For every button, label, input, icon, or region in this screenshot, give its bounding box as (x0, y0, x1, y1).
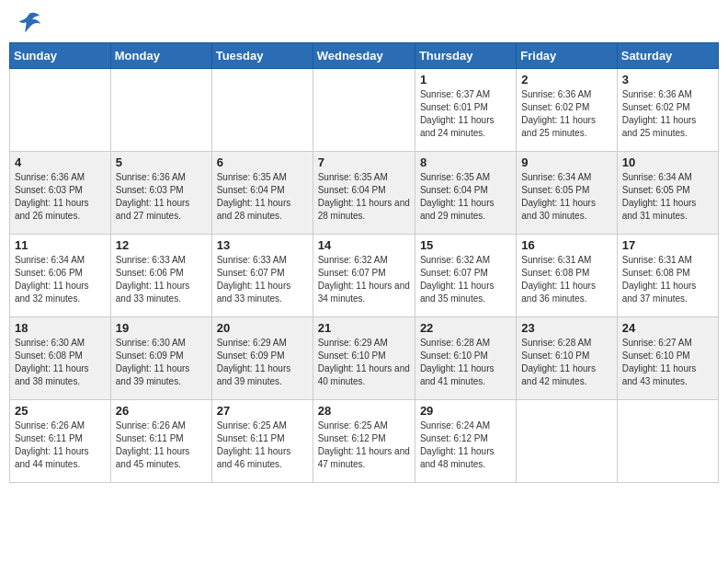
calendar-week-3: 11Sunrise: 6:34 AM Sunset: 6:06 PM Dayli… (10, 235, 719, 317)
day-info: Sunrise: 6:36 AM Sunset: 6:03 PM Dayligh… (15, 171, 106, 223)
calendar-cell (110, 69, 211, 152)
calendar-cell: 16Sunrise: 6:31 AM Sunset: 6:08 PM Dayli… (517, 235, 617, 317)
day-info: Sunrise: 6:30 AM Sunset: 6:09 PM Dayligh… (116, 337, 207, 388)
day-info: Sunrise: 6:31 AM Sunset: 6:08 PM Dayligh… (521, 254, 611, 305)
calendar-cell: 24Sunrise: 6:27 AM Sunset: 6:10 PM Dayli… (617, 317, 718, 400)
day-info: Sunrise: 6:30 AM Sunset: 6:08 PM Dayligh… (15, 337, 106, 388)
day-info: Sunrise: 6:28 AM Sunset: 6:10 PM Dayligh… (521, 337, 611, 388)
calendar-cell: 9Sunrise: 6:34 AM Sunset: 6:05 PM Daylig… (517, 152, 617, 235)
calendar-week-4: 18Sunrise: 6:30 AM Sunset: 6:08 PM Dayli… (10, 317, 719, 400)
calendar-cell: 3Sunrise: 6:36 AM Sunset: 6:02 PM Daylig… (617, 69, 718, 152)
day-number: 7 (318, 155, 410, 169)
calendar-cell: 14Sunrise: 6:32 AM Sunset: 6:07 PM Dayli… (313, 235, 415, 317)
day-info: Sunrise: 6:25 AM Sunset: 6:11 PM Dayligh… (217, 419, 308, 471)
calendar-cell (313, 69, 415, 152)
calendar-week-2: 4Sunrise: 6:36 AM Sunset: 6:03 PM Daylig… (10, 152, 719, 235)
day-number: 21 (318, 321, 410, 335)
day-number: 1 (420, 73, 511, 86)
weekday-header-wednesday: Wednesday (313, 43, 415, 69)
day-info: Sunrise: 6:36 AM Sunset: 6:02 PM Dayligh… (521, 88, 611, 140)
day-number: 15 (420, 238, 511, 252)
day-info: Sunrise: 6:32 AM Sunset: 6:07 PM Dayligh… (420, 254, 511, 305)
calendar-cell: 4Sunrise: 6:36 AM Sunset: 6:03 PM Daylig… (10, 152, 111, 235)
calendar-cell: 19Sunrise: 6:30 AM Sunset: 6:09 PM Dayli… (110, 317, 211, 400)
day-info: Sunrise: 6:33 AM Sunset: 6:07 PM Dayligh… (217, 254, 308, 305)
calendar-cell: 1Sunrise: 6:37 AM Sunset: 6:01 PM Daylig… (415, 69, 516, 152)
calendar-table: SundayMondayTuesdayWednesdayThursdayFrid… (9, 42, 719, 483)
calendar-cell: 6Sunrise: 6:35 AM Sunset: 6:04 PM Daylig… (211, 152, 313, 235)
day-info: Sunrise: 6:36 AM Sunset: 6:03 PM Dayligh… (116, 171, 207, 223)
day-info: Sunrise: 6:32 AM Sunset: 6:07 PM Dayligh… (318, 254, 410, 305)
day-info: Sunrise: 6:35 AM Sunset: 6:04 PM Dayligh… (420, 171, 511, 223)
day-number: 26 (116, 404, 207, 418)
calendar-cell: 20Sunrise: 6:29 AM Sunset: 6:09 PM Dayli… (211, 317, 313, 400)
day-number: 9 (521, 155, 611, 169)
calendar-cell: 12Sunrise: 6:33 AM Sunset: 6:06 PM Dayli… (110, 235, 211, 317)
page-header (9, 9, 719, 35)
day-info: Sunrise: 6:35 AM Sunset: 6:04 PM Dayligh… (217, 171, 308, 223)
calendar-cell: 25Sunrise: 6:26 AM Sunset: 6:11 PM Dayli… (10, 400, 111, 483)
logo (13, 9, 42, 35)
calendar-cell: 7Sunrise: 6:35 AM Sunset: 6:04 PM Daylig… (313, 152, 415, 235)
day-number: 18 (15, 321, 106, 335)
calendar-cell (517, 400, 617, 483)
weekday-header-thursday: Thursday (415, 43, 516, 69)
day-number: 20 (217, 321, 308, 335)
day-info: Sunrise: 6:34 AM Sunset: 6:05 PM Dayligh… (521, 171, 611, 223)
day-number: 12 (116, 238, 207, 252)
weekday-header-tuesday: Tuesday (211, 43, 313, 69)
day-info: Sunrise: 6:29 AM Sunset: 6:09 PM Dayligh… (217, 337, 308, 388)
calendar-cell: 5Sunrise: 6:36 AM Sunset: 6:03 PM Daylig… (110, 152, 211, 235)
day-info: Sunrise: 6:24 AM Sunset: 6:12 PM Dayligh… (420, 419, 511, 471)
day-number: 11 (15, 238, 106, 252)
calendar-cell: 27Sunrise: 6:25 AM Sunset: 6:11 PM Dayli… (211, 400, 313, 483)
day-number: 6 (217, 155, 308, 169)
calendar-cell: 17Sunrise: 6:31 AM Sunset: 6:08 PM Dayli… (617, 235, 718, 317)
calendar-cell: 29Sunrise: 6:24 AM Sunset: 6:12 PM Dayli… (415, 400, 516, 483)
day-info: Sunrise: 6:35 AM Sunset: 6:04 PM Dayligh… (318, 171, 410, 223)
logo-bird-icon (17, 9, 42, 35)
weekday-header-sunday: Sunday (10, 43, 111, 69)
calendar-cell: 22Sunrise: 6:28 AM Sunset: 6:10 PM Dayli… (415, 317, 516, 400)
weekday-header-monday: Monday (110, 43, 211, 69)
day-number: 8 (420, 155, 511, 169)
calendar-cell (10, 69, 111, 152)
day-info: Sunrise: 6:37 AM Sunset: 6:01 PM Dayligh… (420, 88, 511, 140)
day-number: 29 (420, 404, 511, 418)
day-number: 17 (622, 238, 713, 252)
day-number: 28 (318, 404, 410, 418)
day-info: Sunrise: 6:31 AM Sunset: 6:08 PM Dayligh… (622, 254, 713, 305)
day-number: 25 (15, 404, 106, 418)
day-number: 10 (622, 155, 713, 169)
day-info: Sunrise: 6:36 AM Sunset: 6:02 PM Dayligh… (622, 88, 713, 140)
day-number: 4 (15, 155, 106, 169)
day-info: Sunrise: 6:25 AM Sunset: 6:12 PM Dayligh… (318, 419, 410, 471)
day-number: 3 (622, 73, 713, 86)
day-info: Sunrise: 6:34 AM Sunset: 6:05 PM Dayligh… (622, 171, 713, 223)
calendar-cell: 8Sunrise: 6:35 AM Sunset: 6:04 PM Daylig… (415, 152, 516, 235)
day-info: Sunrise: 6:29 AM Sunset: 6:10 PM Dayligh… (318, 337, 410, 388)
calendar-cell: 2Sunrise: 6:36 AM Sunset: 6:02 PM Daylig… (517, 69, 617, 152)
day-number: 14 (318, 238, 410, 252)
calendar-cell: 10Sunrise: 6:34 AM Sunset: 6:05 PM Dayli… (617, 152, 718, 235)
day-number: 27 (217, 404, 308, 418)
weekday-header-row: SundayMondayTuesdayWednesdayThursdayFrid… (10, 43, 719, 69)
calendar-week-5: 25Sunrise: 6:26 AM Sunset: 6:11 PM Dayli… (10, 400, 719, 483)
day-number: 5 (116, 155, 207, 169)
calendar-cell (617, 400, 718, 483)
day-info: Sunrise: 6:26 AM Sunset: 6:11 PM Dayligh… (116, 419, 207, 471)
weekday-header-saturday: Saturday (617, 43, 718, 69)
calendar-cell: 15Sunrise: 6:32 AM Sunset: 6:07 PM Dayli… (415, 235, 516, 317)
calendar-cell: 11Sunrise: 6:34 AM Sunset: 6:06 PM Dayli… (10, 235, 111, 317)
day-number: 13 (217, 238, 308, 252)
day-number: 22 (420, 321, 511, 335)
day-number: 24 (622, 321, 713, 335)
weekday-header-friday: Friday (517, 43, 617, 69)
calendar-cell: 18Sunrise: 6:30 AM Sunset: 6:08 PM Dayli… (10, 317, 111, 400)
calendar-cell: 26Sunrise: 6:26 AM Sunset: 6:11 PM Dayli… (110, 400, 211, 483)
day-info: Sunrise: 6:27 AM Sunset: 6:10 PM Dayligh… (622, 337, 713, 388)
day-info: Sunrise: 6:28 AM Sunset: 6:10 PM Dayligh… (420, 337, 511, 388)
calendar-cell: 13Sunrise: 6:33 AM Sunset: 6:07 PM Dayli… (211, 235, 313, 317)
calendar-cell (211, 69, 313, 152)
day-info: Sunrise: 6:34 AM Sunset: 6:06 PM Dayligh… (15, 254, 106, 305)
